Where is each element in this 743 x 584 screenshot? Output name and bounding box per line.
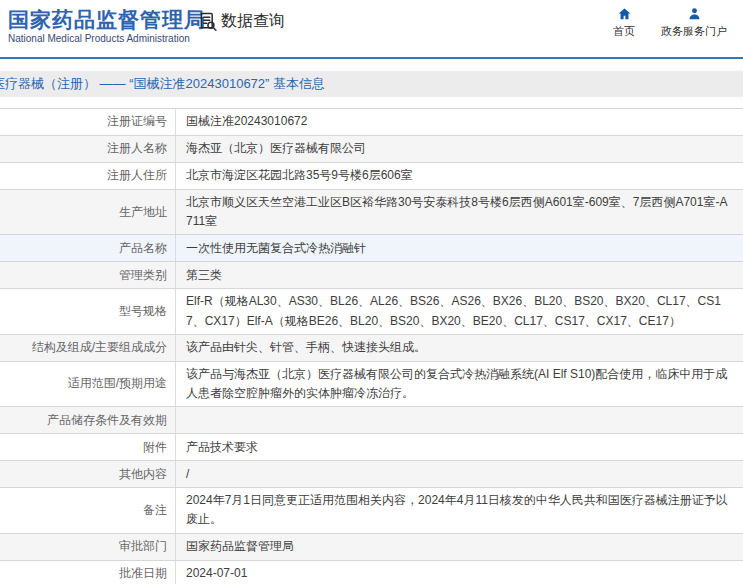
row-label: 备注 [0, 488, 176, 532]
table-row: 型号规格Elf-R（规格AL30、AS30、BL26、AL26、BS26、AS2… [0, 289, 743, 334]
row-label-text: 适用范围/预期用途 [68, 374, 167, 393]
table-row: 产品名称一次性使用无菌复合式冷热消融针 [0, 235, 743, 262]
table-row: 产品储存条件及有效期 [0, 407, 743, 434]
row-label-text: 附件 [143, 438, 167, 457]
row-value: / [176, 462, 743, 487]
row-label: 注册人名称 [0, 136, 176, 162]
home-icon [617, 7, 632, 21]
row-label-text: 产品储存条件及有效期 [47, 411, 167, 430]
row-label: 其他内容 [0, 461, 176, 487]
user-icon [687, 7, 702, 21]
nav-portal[interactable]: 政务服务门户 [661, 7, 727, 39]
row-value: 国械注准20243010672 [176, 109, 743, 134]
table-row: 审批部门国家药品监督管理局 [0, 534, 743, 561]
row-label-text: 型号规格 [119, 302, 167, 321]
table-row: 注册人名称海杰亚（北京）医疗器械有限公司 [0, 136, 743, 163]
row-label: 适用范围/预期用途 [0, 362, 176, 406]
logo-subtitle: National Medical Products Administration [8, 33, 206, 44]
table-row: 其他内容/ [0, 461, 743, 488]
table-row: 结构及组成/主要组成成分该产品由针尖、针管、手柄、快速接头组成。 [0, 335, 743, 362]
table-row: 注册人住所北京市海淀区花园北路35号9号楼6层606室 [0, 163, 743, 190]
nav-home-label: 首页 [613, 24, 635, 39]
row-value: 该产品由针尖、针管、手柄、快速接头组成。 [176, 335, 743, 360]
row-value: 该产品与海杰亚（北京）医疗器械有限公司的复合式冷热消融系统(AI Elf S10… [176, 362, 743, 406]
row-label-text: 其他内容 [119, 465, 167, 484]
logo-title: 国家药品监督管理局 [8, 7, 206, 32]
table-row: 备注2024年7月1日同意更正适用范围相关内容，2024年4月11日核发的中华人… [0, 488, 743, 533]
row-label-text: 结构及组成/主要组成成分 [32, 338, 167, 357]
page: 国家药品监督管理局 National Medical Products Admi… [0, 0, 743, 584]
row-label: 型号规格 [0, 289, 176, 333]
data-query-label: 数据查询 [221, 11, 285, 32]
row-label: 产品储存条件及有效期 [0, 407, 176, 433]
row-label-text: 产品名称 [119, 239, 167, 258]
row-value: 海杰亚（北京）医疗器械有限公司 [176, 136, 743, 161]
nav-home[interactable]: 首页 [613, 7, 635, 39]
row-label: 批准日期 [0, 561, 176, 584]
nav-portal-label: 政务服务门户 [661, 24, 727, 39]
row-label-text: 生产地址 [119, 203, 167, 222]
row-label-text: 备注 [143, 501, 167, 520]
header-right-nav: 首页 政务服务门户 [613, 7, 727, 39]
row-label-text: 注册人名称 [107, 139, 167, 158]
row-label: 注册证编号 [0, 109, 176, 135]
info-table: 注册证编号国械注准20243010672注册人名称海杰亚（北京）医疗器械有限公司… [0, 108, 743, 584]
row-label-text: 注册证编号 [107, 112, 167, 131]
table-row: 附件产品技术要求 [0, 434, 743, 461]
row-label-text: 注册人住所 [107, 166, 167, 185]
table-row: 批准日期2024-07-01 [0, 561, 743, 584]
row-label-text: 审批部门 [119, 537, 167, 556]
row-value: 一次性使用无菌复合式冷热消融针 [176, 236, 743, 261]
row-value: Elf-R（规格AL30、AS30、BL26、AL26、BS26、AS26、BX… [176, 289, 743, 333]
row-label: 管理类别 [0, 262, 176, 288]
row-label: 注册人住所 [0, 163, 176, 189]
spacer [0, 97, 743, 108]
row-value: 第三类 [176, 263, 743, 288]
table-row: 注册证编号国械注准20243010672 [0, 109, 743, 136]
table-row: 生产地址北京市顺义区天竺空港工业区B区裕华路30号安泰科技8号楼6层西侧A601… [0, 190, 743, 235]
row-value: 国家药品监督管理局 [176, 534, 743, 559]
site-logo[interactable]: 国家药品监督管理局 National Medical Products Admi… [8, 7, 206, 44]
row-label: 附件 [0, 434, 176, 460]
table-row: 管理类别第三类 [0, 262, 743, 289]
row-label-text: 管理类别 [119, 266, 167, 285]
page-title: 医疗器械（注册） —— “国械注准20243010672” 基本信息 [0, 75, 325, 93]
row-value [176, 417, 743, 423]
row-label: 审批部门 [0, 534, 176, 560]
row-value: 2024-07-01 [176, 561, 743, 584]
row-label: 生产地址 [0, 190, 176, 234]
page-title-bar: 医疗器械（注册） —— “国械注准20243010672” 基本信息 [0, 71, 743, 97]
data-query-icon [198, 11, 218, 32]
spacer [0, 59, 743, 71]
row-label: 产品名称 [0, 235, 176, 261]
site-header: 国家药品监督管理局 National Medical Products Admi… [0, 0, 743, 57]
row-value: 北京市顺义区天竺空港工业区B区裕华路30号安泰科技8号楼6层西侧A601室-60… [176, 190, 743, 234]
table-row: 适用范围/预期用途该产品与海杰亚（北京）医疗器械有限公司的复合式冷热消融系统(A… [0, 362, 743, 407]
row-value: 产品技术要求 [176, 435, 743, 460]
data-query-nav[interactable]: 数据查询 [198, 11, 285, 32]
row-label: 结构及组成/主要组成成分 [0, 335, 176, 361]
row-value: 2024年7月1日同意更正适用范围相关内容，2024年4月11日核发的中华人民共… [176, 488, 743, 532]
row-label-text: 批准日期 [119, 564, 167, 583]
row-value: 北京市海淀区花园北路35号9号楼6层606室 [176, 163, 743, 188]
